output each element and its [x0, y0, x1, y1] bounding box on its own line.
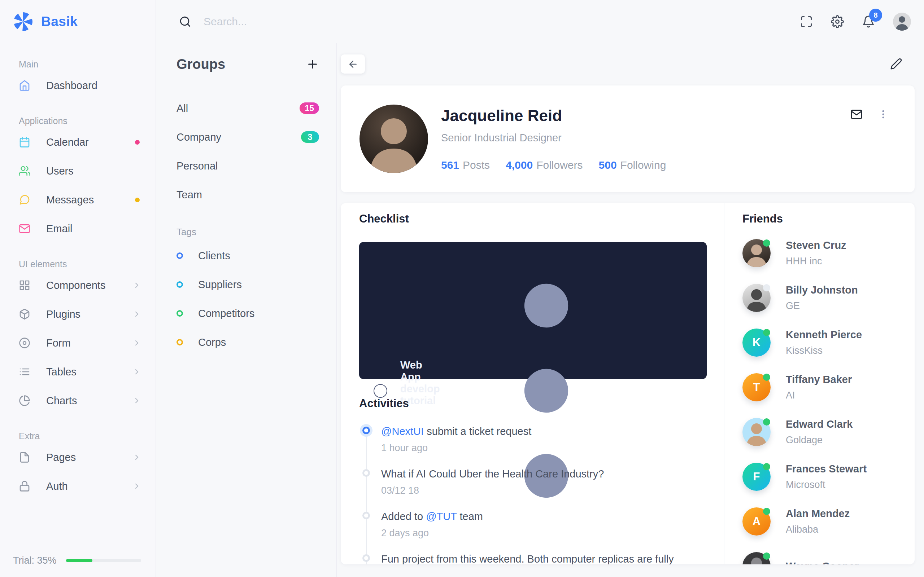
nav-section-applications: Applications — [19, 116, 141, 126]
friend-row[interactable]: T Tiffany Baker AI — [743, 373, 904, 401]
chevron-right-icon — [132, 281, 141, 290]
online-dot — [763, 374, 770, 381]
activity-time: 03/12 18 — [381, 485, 707, 496]
timeline-bullet — [362, 469, 370, 477]
activities-timeline: @NextUI submit a ticket request 1 hour a… — [359, 425, 707, 564]
tag-item-clients[interactable]: Clients — [176, 241, 319, 270]
mention-link[interactable]: @TUT — [426, 511, 457, 522]
online-dot — [763, 329, 770, 336]
profile-more-button kebab-icon[interactable] — [878, 109, 888, 120]
checklist-checkbox[interactable] — [373, 384, 387, 398]
nav-section-main: Main — [19, 59, 141, 69]
fullscreen-button[interactable] — [800, 15, 813, 28]
group-item-personal[interactable]: Personal — [176, 152, 319, 180]
activity-item: @NextUI submit a ticket request 1 hour a… — [359, 425, 707, 453]
friend-name: Billy Johnston — [786, 284, 858, 296]
sidebar-item-label: Form — [46, 337, 71, 349]
trial-label: Trial: 35% — [13, 555, 57, 566]
group-badge: 15 — [300, 102, 319, 114]
sidebar-item-label: Calendar — [46, 136, 89, 148]
chevron-right-icon — [132, 396, 141, 405]
disc-icon — [19, 337, 30, 349]
friend-name: Kenneth Pierce — [786, 329, 862, 341]
fullscreen-icon — [800, 15, 813, 28]
stat-following: 500Following — [599, 159, 666, 171]
sidebar-item-calendar[interactable]: Calendar — [19, 128, 141, 156]
sidebar-item-email[interactable]: Email — [19, 214, 141, 243]
friend-row[interactable]: Wayne Cooper — [743, 552, 904, 564]
user-avatar[interactable] — [893, 13, 911, 31]
friend-avatar — [743, 284, 771, 312]
avatar-initial: T — [753, 381, 760, 394]
friend-name: Wayne Cooper — [786, 561, 859, 565]
group-item-team[interactable]: Team — [176, 180, 319, 209]
online-dot — [763, 463, 770, 470]
brand-name: Basik — [41, 14, 78, 29]
tags-section-label: Tags — [176, 226, 319, 238]
sidebar-item-label: Tables — [46, 366, 76, 378]
friend-avatar: F — [743, 463, 771, 491]
profile-name: Jacqueline Reid — [441, 107, 666, 125]
mention-link[interactable]: @NextUI — [381, 425, 424, 437]
stat-followers: 4,000Followers — [506, 159, 583, 171]
friend-company: Goldage — [786, 435, 853, 446]
sidebar-item-form[interactable]: Form — [19, 329, 141, 357]
search-bar — [179, 16, 800, 28]
search-input[interactable] — [204, 16, 384, 28]
friend-company: KissKiss — [786, 345, 862, 356]
friend-avatar — [743, 552, 771, 564]
search-icon — [179, 16, 191, 28]
sidebar-item-components[interactable]: Components — [19, 271, 141, 300]
friend-avatar: T — [743, 373, 771, 401]
sidebar-item-dashboard[interactable]: Dashboard — [19, 71, 141, 100]
activity-time: 2 days ago — [381, 528, 707, 538]
friend-row[interactable]: F Frances Stewart Microsoft — [743, 463, 904, 491]
chevron-right-icon — [132, 367, 141, 376]
activity-item: Fun project from this weekend. Both comp… — [359, 553, 707, 564]
sidebar-item-charts[interactable]: Charts — [19, 386, 141, 415]
friend-name: Alan Mendez — [786, 508, 850, 520]
brand[interactable]: Basik — [0, 0, 155, 43]
tag-item-suppliers[interactable]: Suppliers — [176, 270, 319, 299]
tag-label: Competitors — [198, 308, 254, 319]
group-badge: 3 — [301, 131, 319, 143]
add-group-button plus-icon[interactable] — [306, 58, 319, 71]
friend-row[interactable]: Steven Cruz HHH inc — [743, 239, 904, 267]
group-label: Personal — [176, 160, 218, 172]
friends-panel: Friends Steven Cruz HHH inc — [724, 203, 914, 564]
edit-profile-button[interactable] — [890, 58, 902, 70]
back-button[interactable] — [341, 55, 365, 74]
friend-company: Alibaba — [786, 524, 850, 535]
tag-item-competitors[interactable]: Competitors — [176, 299, 319, 328]
sidebar-item-label: Email — [46, 223, 73, 235]
settings-button[interactable] — [831, 15, 844, 28]
message-user-button mail-icon[interactable] — [850, 108, 863, 121]
sidebar-item-users[interactable]: Users — [19, 156, 141, 185]
group-item-company[interactable]: Company 3 — [176, 122, 319, 152]
checklist-card: Web App develop tutorial Build a progres… — [359, 242, 707, 379]
tag-item-corps[interactable]: Corps — [176, 328, 319, 357]
tag-color-ring — [176, 253, 183, 259]
friend-row[interactable]: A Alan Mendez Alibaba — [743, 508, 904, 535]
pie-chart-icon — [19, 395, 30, 406]
sidebar-item-auth[interactable]: Auth — [19, 472, 141, 501]
group-item-all[interactable]: All 15 — [176, 94, 319, 122]
friend-row[interactable]: K Kenneth Pierce KissKiss — [743, 329, 904, 357]
timeline-bullet — [362, 554, 370, 562]
friend-row[interactable]: Billy Johnston GE — [743, 284, 904, 312]
notifications-button[interactable]: 8 — [862, 15, 875, 28]
sidebar-item-tables[interactable]: Tables — [19, 357, 141, 386]
sidebar-item-messages[interactable]: Messages — [19, 185, 141, 214]
nav-section-extra: Extra — [19, 431, 141, 442]
online-dot — [763, 553, 770, 560]
sidebar-item-plugins[interactable]: Plugins — [19, 300, 141, 329]
online-dot — [763, 418, 770, 425]
activity-item: What if AI Could Uber the Health Care In… — [359, 468, 707, 496]
chevron-right-icon — [132, 482, 141, 490]
trial-progress-fill — [66, 559, 92, 562]
tag-label: Clients — [198, 250, 230, 262]
friend-row[interactable]: Edward Clark Goldage — [743, 418, 904, 446]
sidebar-item-pages[interactable]: Pages — [19, 443, 141, 472]
tag-color-ring — [176, 281, 183, 288]
sidebar: Basik Main Dashboard Applications Calend… — [0, 0, 156, 577]
